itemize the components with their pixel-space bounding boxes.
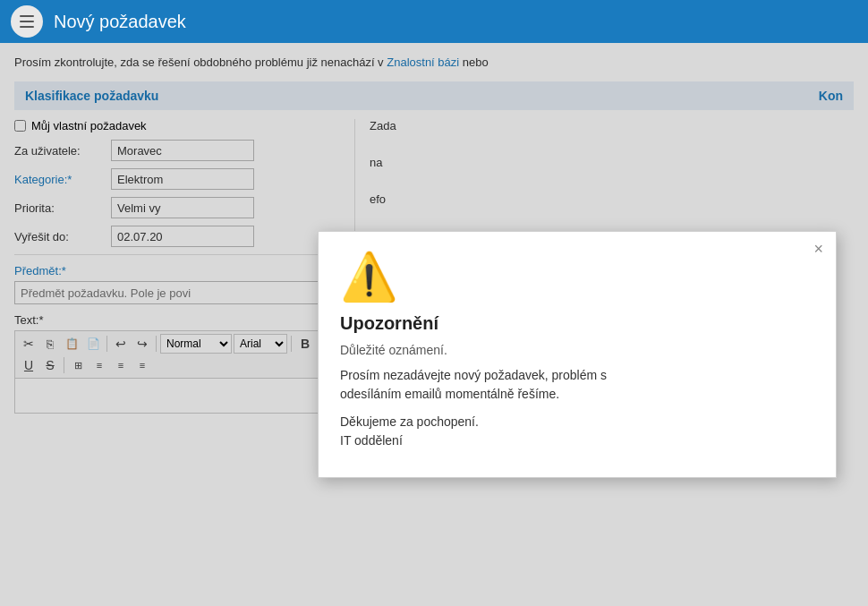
warning-icon: ⚠️ <box>340 250 814 304</box>
modal-footer: Děkujeme za pochopení. IT oddělení <box>340 413 814 450</box>
menu-icon <box>20 15 34 28</box>
menu-button[interactable] <box>11 5 43 38</box>
modal-subtitle: Důležité oznámení. <box>340 343 814 357</box>
modal-footer-line1: Děkujeme za pochopení. <box>340 414 479 429</box>
page-title: Nový požadavek <box>54 12 186 32</box>
modal-footer-line2: IT oddělení <box>340 433 403 448</box>
modal-body-line1: Prosím nezadávejte nový požadavek, probl… <box>340 368 607 382</box>
modal-close-button[interactable]: × <box>813 241 823 257</box>
app-header: Nový požadavek <box>0 0 868 43</box>
modal-body: Prosím nezadávejte nový požadavek, probl… <box>340 366 814 404</box>
modal-body-line2: odesíláním emailů momentálně řešíme. <box>340 387 559 401</box>
main-content: Prosím zkontrolujte, zda se řešení obdob… <box>0 43 868 606</box>
modal-title: Upozornění <box>340 313 814 334</box>
modal-dialog: × ⚠️ Upozornění Důležité oznámení. Prosí… <box>318 231 837 478</box>
